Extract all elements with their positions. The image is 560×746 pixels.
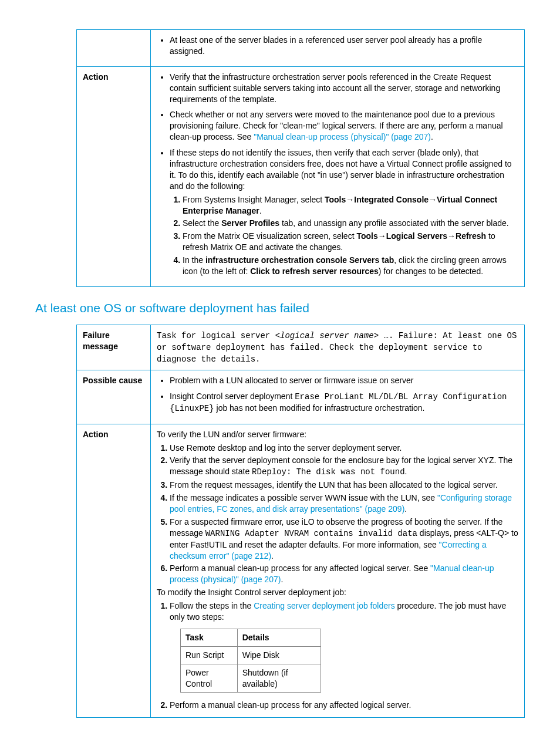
bold: Server Profiles [221, 218, 279, 228]
bold: Refresh [456, 231, 486, 241]
step: Perform a manual clean-up process for an… [170, 700, 518, 711]
step: From Systems Insight Manager, select Too… [183, 194, 518, 217]
step: From the request messages, identify the … [170, 480, 518, 491]
td: Run Script [181, 646, 238, 664]
row-content: Problem with a LUN allocated to server o… [151, 370, 525, 424]
list-item: At least one of the server blades in a r… [170, 35, 518, 57]
text: Follow the steps in the [170, 601, 254, 610]
text: In the [183, 255, 205, 265]
td: Wipe Disk [237, 646, 321, 664]
step: Use Remote desktop and log into the serv… [170, 443, 518, 454]
row-label-failure-message: Failure message [77, 325, 151, 370]
text: . [404, 504, 407, 514]
row-label [77, 30, 151, 67]
text: job has not been modified for infrastruc… [214, 403, 425, 413]
link-creating-deployment-jobs[interactable]: Creating server deployment job folders [254, 601, 394, 610]
step: Perform a manual clean-up process for an… [170, 563, 518, 585]
th-task: Task [181, 629, 238, 646]
intro-text: To verify the LUN and/or server firmware… [157, 429, 518, 440]
list-item: Problem with a LUN allocated to server o… [170, 375, 518, 386]
mono-text: Task for logical server <logical server … [157, 331, 517, 364]
troubleshoot-table-1: At least one of the server blades in a r… [76, 29, 525, 287]
th-details: Details [237, 629, 321, 646]
text: . [405, 467, 407, 476]
mono-text: RDeploy: The disk was not found [252, 467, 404, 477]
step: From the Matrix OE visualization screen,… [183, 231, 518, 253]
bold: Tools [325, 195, 346, 204]
bold: Integrated Console [354, 195, 429, 204]
bold: Tools [356, 231, 377, 241]
task-details-table: Task Details Run Script Wipe Disk Power … [180, 629, 321, 693]
text: . [259, 206, 262, 215]
row-label-action: Action [77, 66, 151, 286]
text: Select the [183, 218, 221, 228]
text: . [431, 132, 433, 141]
step: If the message indicates a possible serv… [170, 492, 518, 515]
list-item: If these steps do not identify the issue… [170, 147, 518, 277]
text: Insight Control server deployment [170, 391, 295, 401]
step: Select the Server Profiles tab, and unas… [183, 218, 518, 229]
td: Power Control [181, 664, 238, 693]
text: tab, and unassign any profile associated… [279, 218, 509, 228]
link-manual-cleanup[interactable]: "Manual clean-up process (physical)" (pa… [254, 132, 431, 141]
text: If the message indicates a possible serv… [170, 493, 437, 502]
text: Perform a manual clean-up process for an… [170, 563, 430, 573]
row-label-possible-cause: Possible cause [77, 370, 151, 424]
section-heading: At least one OS or software deployment h… [35, 300, 525, 316]
mono-text: WARNING Adapter NVRAM contains invalid d… [205, 529, 417, 538]
bold: infrastructure orchestration console Ser… [205, 255, 394, 265]
list-item: Insight Control server deployment Erase … [170, 391, 518, 414]
text: . [271, 551, 274, 561]
step: In the infrastructure orchestration cons… [183, 255, 518, 277]
bold: Click to refresh server resources [250, 266, 379, 276]
row-label-action: Action [77, 424, 151, 718]
list-item: Check whether or not any servers were mo… [170, 109, 518, 143]
row-content: At least one of the server blades in a r… [151, 30, 525, 67]
failure-message-cell: Task for logical server <logical server … [151, 325, 525, 370]
row-content: Verify that the infrastructure orchestra… [151, 66, 525, 286]
text: ) for changes to be detected. [379, 266, 483, 276]
step: Verify that the server deployment consol… [170, 455, 518, 478]
row-content: To verify the LUN and/or server firmware… [151, 424, 525, 718]
text: . [281, 575, 283, 584]
text: If these steps do not identify the issue… [170, 148, 512, 191]
intro-text: To modify the Insight Control server dep… [157, 587, 518, 598]
step: For a suspected firmware error, use iLO … [170, 517, 518, 562]
td: Shutdown (if available) [237, 664, 321, 693]
bold: Logical Servers [386, 231, 447, 241]
text: From Systems Insight Manager, select [183, 195, 325, 204]
troubleshoot-table-2: Failure message Task for logical server … [76, 325, 525, 718]
text: From the Matrix OE visualization screen,… [183, 231, 356, 241]
list-item: Verify that the infrastructure orchestra… [170, 72, 518, 105]
step: Follow the steps in the Creating server … [170, 600, 518, 693]
